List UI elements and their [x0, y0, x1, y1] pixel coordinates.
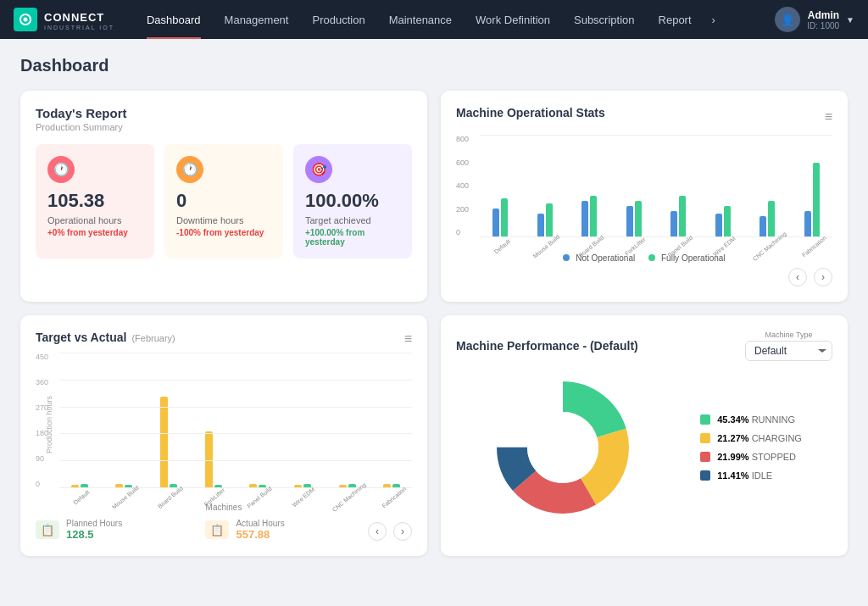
stat-cards: 🕐 105.38 Operational hours +0% from yest…	[36, 144, 412, 259]
mp-header: Machine Performance - (Default) Machine …	[456, 331, 832, 361]
planned-bar	[294, 485, 302, 487]
idle-text: 11.41% IDLE	[717, 470, 772, 481]
not-operational-bar	[581, 201, 588, 236]
running-dot	[700, 414, 710, 425]
legend-running: 45.34% RUNNING	[700, 414, 802, 425]
operational-value: 105.38	[47, 190, 142, 212]
user-dropdown-icon[interactable]: ▼	[846, 15, 854, 25]
nav-production[interactable]: Production	[300, 0, 376, 39]
tva-y-0: 0	[36, 480, 48, 488]
nav-maintenance[interactable]: Maintenance	[377, 0, 464, 39]
dashboard-grid: Today's Report Production Summary 🕐 105.…	[20, 91, 848, 556]
nav-links: Dashboard Management Production Maintena…	[135, 0, 775, 39]
machine-operational-card: Machine Operational Stats ≡ 800 600 400 …	[441, 91, 848, 302]
donut-svg	[487, 371, 639, 524]
fully-operational-bar	[635, 201, 642, 236]
planned-label: Planned Hours	[66, 519, 122, 528]
logo-text: CONNECT INDUSTRIAL IOT	[44, 9, 114, 31]
machine-type-select[interactable]: Default Mouse Build Board Build ForkLift…	[745, 341, 832, 361]
fully-operational-bar	[590, 196, 597, 236]
mp-select-group: Machine Type Default Mouse Build Board B…	[745, 331, 832, 361]
legend-idle: 11.41% IDLE	[700, 470, 802, 481]
planned-value: 128.5	[66, 528, 122, 541]
tva-y-450: 450	[36, 353, 48, 361]
planned-bar	[205, 431, 213, 487]
chart-menu-icon[interactable]: ≡	[825, 109, 832, 125]
charging-text: 21.27% CHARGING	[717, 433, 802, 443]
fully-operational-bar	[768, 201, 775, 236]
tva-y-270: 270	[36, 403, 48, 412]
downtime-value: 0	[176, 190, 271, 212]
ops-bar-group	[569, 196, 610, 236]
donut-chart	[487, 371, 639, 524]
nav-management[interactable]: Management	[213, 0, 301, 39]
operational-label: Operational hours	[47, 215, 142, 225]
y-label-600: 600	[456, 158, 469, 167]
planned-bar	[249, 484, 257, 487]
page-content: Dashboard Today's Report Production Summ…	[0, 39, 868, 573]
legend-charging: 21.27% CHARGING	[700, 433, 802, 443]
stopped-text: 21.99% STOPPED	[717, 452, 796, 462]
nav-report[interactable]: Report	[647, 0, 704, 39]
planned-info: Planned Hours 128.5	[66, 519, 122, 541]
page-title: Dashboard	[20, 56, 848, 75]
machine-operational-title: Machine Operational Stats	[456, 106, 605, 120]
tva-menu-icon[interactable]: ≡	[404, 331, 412, 347]
tva-y-180: 180	[36, 429, 48, 437]
downtime-label: Downtime hours	[176, 215, 271, 225]
tva-next-btn[interactable]: ›	[393, 522, 412, 541]
mp-legend: 45.34% RUNNING 21.27% CHARGING	[700, 414, 802, 481]
nav-user: 👤 Admin ID: 1000 ▼	[775, 7, 854, 32]
planned-icon: 📋	[36, 520, 59, 539]
mp-content: 45.34% RUNNING 21.27% CHARGING	[456, 371, 832, 524]
stat-operational: 🕐 105.38 Operational hours +0% from yest…	[36, 144, 154, 259]
logo: CONNECT INDUSTRIAL IOT	[14, 8, 114, 31]
user-info: Admin ID: 1000	[807, 9, 839, 31]
planned-bar	[71, 485, 79, 487]
actual-icon: 📋	[205, 520, 229, 539]
user-name: Admin	[807, 9, 839, 21]
operational-icon: 🕐	[47, 156, 75, 183]
ops-bar-group	[658, 196, 699, 236]
actual-label: Actual Hours	[236, 519, 284, 528]
nav-dashboard[interactable]: Dashboard	[135, 0, 213, 39]
nav-more[interactable]: ›	[704, 14, 724, 26]
nav-work-definition[interactable]: Work Definition	[464, 0, 562, 39]
chart-legend: Not Operational Fully Operational	[456, 253, 832, 263]
actual-value: 557.88	[236, 528, 284, 541]
y-axis-labels: 800 600 400 200 0	[456, 135, 469, 236]
not-operational-bar	[670, 211, 677, 236]
target-change: +100.00% from yesterday	[305, 228, 400, 247]
mp-title: Machine Performance - (Default)	[456, 339, 638, 353]
stopped-dot	[700, 452, 710, 462]
tva-subtitle: (February)	[131, 333, 175, 343]
tva-y-90: 90	[36, 454, 48, 463]
target-vs-actual-card: Target vs Actual (February) ≡ Production…	[20, 315, 427, 556]
tva-nav: ‹ ›	[368, 522, 412, 541]
fully-operational-bar	[501, 198, 508, 236]
tva-bar-group	[193, 431, 234, 487]
logo-icon	[14, 8, 37, 31]
tva-prev-btn[interactable]: ‹	[368, 522, 387, 541]
downtime-change: -100% from yesterday	[176, 228, 271, 237]
y-label-200: 200	[456, 205, 469, 214]
actual-bar	[348, 484, 356, 487]
tva-title: Target vs Actual	[36, 331, 126, 344]
svg-point-5	[527, 412, 598, 483]
tva-header: Target vs Actual (February)	[36, 331, 175, 344]
not-operational-bar	[715, 214, 722, 236]
y-label-800: 800	[456, 135, 469, 143]
tva-y-360: 360	[36, 378, 48, 386]
chart-prev-btn[interactable]: ‹	[788, 268, 807, 286]
mp-select-label: Machine Type	[745, 331, 832, 339]
actual-hours-item: 📋 Actual Hours 557.88	[205, 519, 284, 541]
planned-bar	[115, 484, 123, 487]
svg-point-0	[24, 18, 28, 22]
nav-subscription[interactable]: Subscription	[562, 0, 647, 39]
fully-operational-bar	[813, 163, 820, 236]
chart-next-btn[interactable]: ›	[814, 268, 832, 286]
actual-bar	[170, 484, 177, 487]
avatar: 👤	[775, 7, 800, 32]
fully-operational-bar	[546, 203, 553, 236]
target-value: 100.00%	[305, 190, 400, 212]
